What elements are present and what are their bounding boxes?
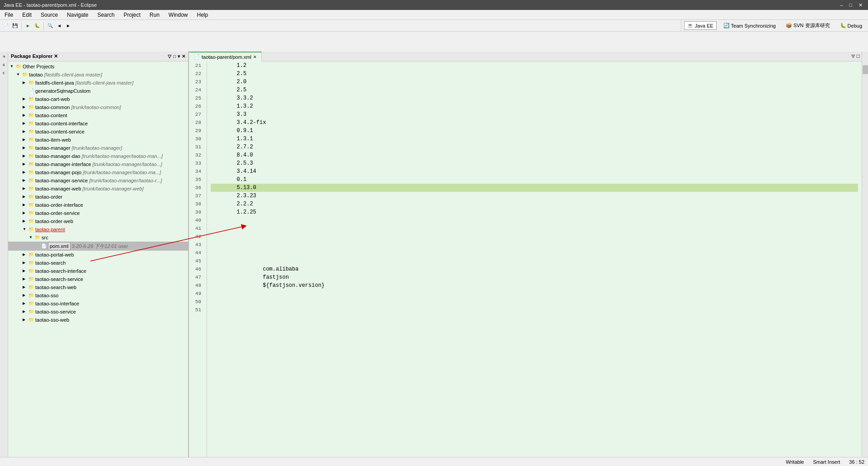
strip-icon-3[interactable]: C [1, 70, 7, 76]
tree-item[interactable]: ▶📁taotao-search-service [8, 275, 188, 283]
tree-arrow[interactable]: ▶ [23, 276, 27, 283]
run-button[interactable]: ▶ [24, 22, 32, 30]
tree-item[interactable]: ▶📁taotao-common [trunk/taotao-common] [8, 103, 188, 111]
tree-arrow[interactable]: ▼ [10, 63, 14, 70]
search-button[interactable]: 🔍 [46, 22, 54, 30]
tree-item[interactable]: ▶📁taotao-order-interface [8, 201, 188, 209]
tree-arrow[interactable]: ▶ [23, 300, 27, 307]
debug-button[interactable]: 🐛 [33, 22, 41, 30]
tree-arrow[interactable]: ▶ [23, 193, 27, 200]
tree-item[interactable]: ▶📁taotao-manager-dao [trunk/taotao-manag… [8, 152, 188, 160]
tree-item[interactable]: ▶📁taotao-order-service [8, 209, 188, 217]
tree-arrow[interactable]: ▶ [23, 104, 27, 111]
v-scrollbar-thumb[interactable] [863, 65, 868, 74]
editor-tab-pom[interactable]: 📄 taotao-parent/pom.xml ✕ [189, 52, 262, 62]
menu-window[interactable]: Window [166, 11, 191, 19]
tree-item[interactable]: 📄generatorSqlmapCustom [8, 87, 188, 95]
tree-item[interactable]: ▶📁taotao-order [8, 193, 188, 201]
close-button[interactable]: ✕ [857, 2, 864, 8]
code-content[interactable]: 1.2 2.5 2.0 2.5 3.3.2 1.3.2 3.3 3.4.2-fi… [207, 62, 862, 460]
tree-arrow[interactable]: ▶ [23, 251, 27, 258]
tree-item[interactable]: ▶📁taotao-manager-web [trunk/taotao-manag… [8, 185, 188, 193]
menu-search[interactable]: Search [94, 11, 117, 19]
tree-item[interactable]: ▶📁taotao-portal-web [8, 251, 188, 259]
save-button[interactable]: 💾 [11, 22, 19, 30]
strip-icon-2[interactable]: S [1, 62, 7, 68]
maximize-button[interactable]: □ [847, 2, 854, 8]
tree-arrow[interactable]: ▼ [29, 234, 33, 241]
tree-arrow[interactable]: ▶ [23, 185, 27, 192]
perspective-debug[interactable]: 🐛 Debug [837, 21, 865, 30]
perspective-java-ee[interactable]: ☕ Java EE [684, 21, 717, 30]
menu-run[interactable]: Run [147, 11, 162, 19]
editor-maximize[interactable]: □ [857, 53, 860, 60]
tree-arrow[interactable]: ▶ [23, 112, 27, 119]
editor-minimize[interactable]: ▽ [852, 53, 855, 60]
menu-file[interactable]: File [2, 11, 16, 19]
pe-header-controls[interactable]: ▽ □ ▾ ✕ [168, 54, 185, 59]
tree-item[interactable]: ▼📁taotao-parent [8, 225, 188, 233]
menu-help[interactable]: Help [194, 11, 211, 19]
tree-arrow[interactable]: ▶ [23, 259, 27, 266]
tree-item[interactable]: ▼📁taotao [fastdfs-client-java master] [8, 71, 188, 79]
tree-item[interactable]: 📄pom.xml 3-20-6-26 下午12:01 user [8, 242, 188, 251]
tree-item[interactable]: ▶📁taotao-content [8, 111, 188, 119]
tree-arrow[interactable]: ▶ [23, 95, 27, 103]
tree-arrow[interactable]: ▶ [23, 152, 27, 160]
menu-project[interactable]: Project [121, 11, 143, 19]
tree-item[interactable]: ▶📁taotao-sso-service [8, 308, 188, 316]
tree-arrow[interactable]: ▶ [23, 161, 27, 168]
menu-navigate[interactable]: Navigate [64, 11, 91, 19]
tree-item[interactable]: ▶📁taotao-order-web [8, 217, 188, 225]
pe-close[interactable]: ✕ [182, 54, 185, 59]
perspective-team-sync[interactable]: 🔄 Team Synchronizing [720, 21, 779, 30]
new-button[interactable]: 📄 [2, 22, 10, 30]
tree-item[interactable]: ▶📁taotao-sso-web [8, 316, 188, 324]
tree-item[interactable]: ▶📁taotao-manager [trunk/taotao-manager] [8, 144, 188, 152]
pe-menu[interactable]: ▾ [178, 54, 180, 59]
tree-arrow[interactable]: ▶ [23, 128, 27, 135]
forward-button[interactable]: ▶ [64, 22, 72, 30]
minimize-button[interactable]: – [838, 2, 844, 8]
editor-v-scrollbar[interactable] [862, 52, 868, 466]
pe-minimize[interactable]: ▽ [168, 54, 171, 59]
tree-item[interactable]: ▶📁taotao-sso-interface [8, 300, 188, 308]
tree-arrow[interactable]: ▶ [23, 144, 27, 152]
tree-item[interactable]: ▶📁taotao-manager-service [trunk/taotao-m… [8, 176, 188, 185]
tree-arrow[interactable]: ▶ [23, 79, 27, 86]
tree-item[interactable]: ▶📁taotao-sso [8, 291, 188, 300]
editor-content[interactable]: 2122232425262728293031323334353637383940… [189, 62, 862, 466]
menu-edit[interactable]: Edit [19, 11, 34, 19]
tree-item[interactable]: ▼📁Other Projects [8, 62, 188, 71]
tree-arrow[interactable]: ▶ [23, 316, 27, 323]
tree-item[interactable]: ▶📁taotao-content-interface [8, 119, 188, 128]
perspective-svn[interactable]: 📦 SVN 资源库研究 [783, 21, 833, 30]
code-area[interactable]: 2122232425262728293031323334353637383940… [189, 62, 862, 460]
tree-item[interactable]: ▶📁fastdfs-client-java [fastdfs-client-ja… [8, 79, 188, 87]
tree-arrow[interactable]: ▶ [23, 136, 27, 143]
tree-item[interactable]: ▶📁taotao-search-web [8, 283, 188, 291]
tree-arrow[interactable]: ▶ [23, 120, 27, 127]
tree-item[interactable]: ▶📁taotao-search [8, 259, 188, 267]
tree-item[interactable]: ▶📁taotao-search-interface [8, 267, 188, 275]
tree-arrow[interactable]: ▶ [23, 218, 27, 225]
tab-close-button[interactable]: ✕ [253, 55, 257, 59]
pe-maximize[interactable]: □ [173, 54, 176, 59]
tree-item[interactable]: ▶📁taotao-content-service [8, 128, 188, 136]
tree-arrow[interactable]: ▶ [23, 292, 27, 299]
tree-item[interactable]: ▶📁taotao-item-web [8, 136, 188, 144]
tree-arrow[interactable]: ▶ [23, 169, 27, 176]
tree-arrow[interactable]: ▶ [23, 201, 27, 209]
menu-source[interactable]: Source [38, 11, 61, 19]
tree-arrow[interactable]: ▼ [16, 71, 21, 78]
tree-arrow[interactable]: ▶ [23, 308, 27, 315]
tree-item[interactable]: ▶📁taotao-manager-pojo [trunk/taotao-mana… [8, 168, 188, 176]
title-bar-controls[interactable]: – □ ✕ [838, 2, 864, 8]
tree-arrow[interactable]: ▶ [23, 209, 27, 217]
tree-item[interactable]: ▶📁taotao-manager-interface [trunk/taotao… [8, 160, 188, 168]
tree-arrow[interactable]: ▶ [23, 284, 27, 291]
strip-icon-1[interactable]: P [1, 53, 7, 60]
tree-item[interactable]: ▼📁src [8, 233, 188, 242]
tree-arrow[interactable]: ▶ [23, 177, 27, 184]
back-button[interactable]: ◀ [55, 22, 63, 30]
